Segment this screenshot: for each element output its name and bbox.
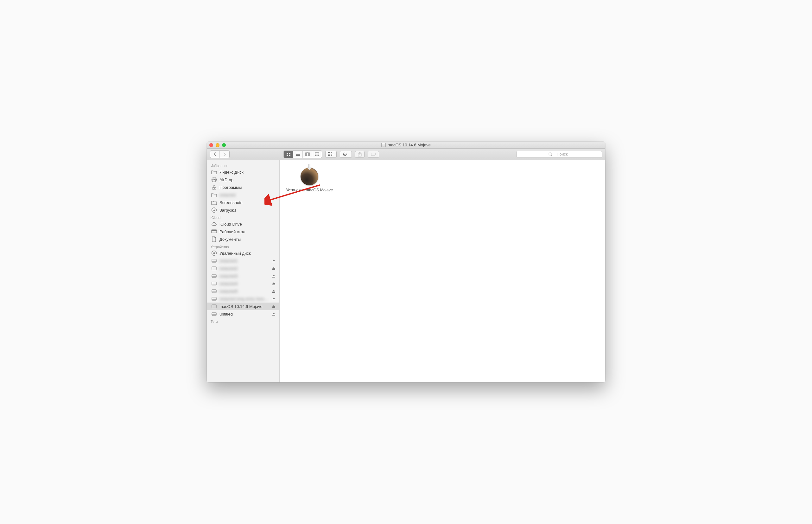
sidebar-item-disk-redacted[interactable]: redacted4: [207, 280, 279, 287]
back-button[interactable]: [210, 151, 220, 158]
sidebar-item-documents[interactable]: Документы: [207, 235, 279, 243]
svg-rect-69: [272, 315, 275, 315]
traffic-lights: [209, 143, 226, 147]
sidebar-item-macos-mojave[interactable]: macOS 10.14.6 Mojave: [207, 302, 279, 310]
close-button[interactable]: [209, 143, 213, 147]
sidebar-item-remote-disc[interactable]: Удаленный диск: [207, 249, 279, 257]
svg-rect-9: [308, 153, 309, 156]
svg-rect-48: [272, 262, 275, 262]
svg-rect-3: [289, 154, 290, 156]
file-label: Установка macOS Mojave: [284, 188, 335, 193]
search-field[interactable]: [517, 151, 602, 158]
sidebar-item-screenshots[interactable]: Screenshots: [207, 199, 279, 206]
folder-icon: [211, 169, 217, 175]
svg-rect-14: [328, 152, 329, 153]
svg-rect-13: [318, 155, 319, 156]
svg-rect-20: [328, 155, 329, 156]
gallery-view-button[interactable]: [312, 151, 322, 158]
nav-buttons: [210, 150, 230, 158]
svg-rect-57: [272, 284, 275, 285]
sidebar-item-disk-redacted[interactable]: redacted3: [207, 272, 279, 280]
svg-point-44: [212, 251, 217, 256]
view-mode-buttons: [284, 150, 322, 158]
zoom-button[interactable]: [222, 143, 226, 147]
eject-icon[interactable]: [271, 267, 276, 270]
svg-rect-0: [287, 153, 288, 154]
sidebar-item-label: redacted long entry here…: [219, 296, 269, 301]
tags-button[interactable]: [368, 151, 379, 158]
svg-rect-19: [331, 154, 332, 154]
svg-rect-51: [272, 269, 275, 270]
svg-rect-58: [212, 290, 216, 293]
eject-icon[interactable]: [271, 312, 276, 316]
svg-point-36: [214, 179, 215, 180]
action-button[interactable]: [340, 151, 352, 158]
disk-icon: [211, 296, 217, 301]
sidebar-item-label: macOS 10.14.6 Mojave: [219, 304, 269, 309]
svg-rect-1: [289, 153, 290, 154]
sidebar-item-yandex-disk[interactable]: Яндекс.Диск: [207, 168, 279, 176]
eject-icon[interactable]: [271, 274, 276, 278]
disk-icon: [211, 304, 217, 309]
svg-rect-61: [212, 297, 216, 300]
main-area[interactable]: Установка macOS Mojave: [280, 160, 605, 382]
sidebar-item-desktop[interactable]: Рабочий стол: [207, 228, 279, 235]
sidebar-item-disk-redacted[interactable]: redacted long entry here…: [207, 295, 279, 302]
sidebar-item-disk-redacted[interactable]: redacted1: [207, 257, 279, 264]
document-icon: [211, 236, 217, 242]
sidebar-item-label: redacted: [219, 193, 276, 197]
file-item-install-macos[interactable]: Установка macOS Mojave: [284, 164, 335, 193]
sidebar-item-label: iCloud Drive: [219, 222, 276, 227]
icon-view-button[interactable]: [284, 151, 293, 158]
svg-rect-10: [315, 153, 319, 155]
sidebar-item-disk-redacted[interactable]: redacted5: [207, 287, 279, 295]
column-view-button[interactable]: [303, 151, 312, 158]
sidebar-section-favorites: Избранное: [207, 162, 279, 168]
airdrop-icon: [211, 177, 217, 182]
sidebar-item-downloads[interactable]: Загрузки: [207, 206, 279, 214]
forward-button[interactable]: [220, 151, 229, 158]
sidebar-item-disk-redacted[interactable]: redacted2: [207, 264, 279, 272]
sidebar-item-airdrop[interactable]: AirDrop: [207, 176, 279, 183]
sidebar-item-label: Загрузки: [219, 208, 276, 213]
sidebar-section-devices: Устройства: [207, 243, 279, 249]
sidebar-item-folder-redacted[interactable]: redacted: [207, 191, 279, 199]
disk-icon: [211, 311, 217, 317]
window-title: macOS 10.14.6 Mojave: [381, 143, 431, 147]
sidebar-item-label: Удаленный диск: [219, 251, 276, 256]
folder-icon: [211, 200, 217, 205]
list-view-button[interactable]: [293, 151, 303, 158]
eject-icon[interactable]: [271, 282, 276, 285]
svg-rect-2: [287, 154, 288, 156]
svg-rect-21: [329, 155, 330, 156]
sidebar-item-label: untitled: [219, 312, 269, 316]
svg-line-35: [551, 155, 552, 156]
sidebar: Избранное Яндекс.Диск AirDrop Программы …: [207, 160, 280, 382]
sidebar-item-label: redacted4: [219, 281, 269, 286]
sidebar-item-icloud-drive[interactable]: iCloud Drive: [207, 220, 279, 228]
search-icon: [548, 152, 552, 156]
svg-rect-16: [331, 152, 332, 153]
optical-disc-icon: [211, 250, 217, 256]
share-button[interactable]: [355, 151, 365, 158]
svg-rect-55: [212, 282, 216, 285]
sidebar-item-label: Screenshots: [219, 200, 276, 205]
svg-rect-66: [272, 307, 275, 308]
disk-icon: [211, 258, 217, 264]
svg-point-34: [549, 153, 551, 155]
toolbar: [207, 149, 605, 160]
search-input[interactable]: [554, 152, 570, 157]
svg-rect-60: [272, 292, 275, 293]
sidebar-item-applications[interactable]: Программы: [207, 183, 279, 191]
sidebar-item-label: Документы: [219, 237, 276, 242]
eject-icon[interactable]: [271, 290, 276, 293]
sidebar-item-untitled[interactable]: untitled: [207, 310, 279, 318]
minimize-button[interactable]: [216, 143, 219, 147]
svg-rect-52: [212, 274, 216, 278]
eject-icon[interactable]: [271, 297, 276, 301]
group-by-button[interactable]: [325, 151, 337, 158]
download-arrow-icon: [305, 164, 314, 172]
finder-window: macOS 10.14.6 Mojave: [207, 142, 605, 382]
eject-icon[interactable]: [271, 259, 276, 263]
eject-icon[interactable]: [271, 305, 276, 308]
